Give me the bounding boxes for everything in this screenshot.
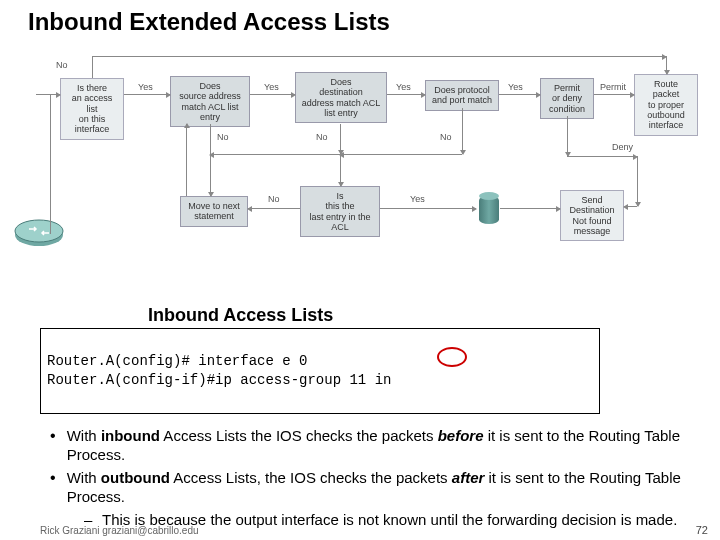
text-bold: outbound: [101, 469, 170, 486]
text: With: [67, 469, 101, 486]
flowchart: Is there an access list on this interfac…: [10, 46, 710, 301]
arrow: [624, 206, 637, 207]
yes-label: Yes: [508, 82, 523, 92]
arrow: [50, 94, 51, 234]
permit-label: Permit: [600, 82, 626, 92]
highlight-circle: [437, 347, 467, 367]
q-access-list: Is there an access list on this interfac…: [60, 78, 124, 140]
bullet-dot: •: [50, 468, 67, 507]
text: Access Lists, the IOS checks the packets: [170, 469, 452, 486]
arrow: [248, 208, 300, 209]
arrow: [210, 124, 211, 196]
bullet-2: • With outbound Access Lists, the IOS ch…: [50, 468, 694, 507]
arrow: [462, 108, 463, 154]
code-line-1: Router.A(config)# interface e 0: [47, 353, 307, 369]
arrow: [340, 154, 462, 155]
code-line-2: Router.A(config-if)#ip access-group 11 i…: [47, 372, 391, 388]
bullet-dot: •: [50, 426, 67, 465]
q-last-entry: Is this the last entry in the ACL: [300, 186, 380, 237]
code-box: Router.A(config)# interface e 0 Router.A…: [40, 328, 600, 414]
arrow: [340, 124, 341, 154]
bullet-list: • With inbound Access Lists the IOS chec…: [0, 426, 720, 530]
bullet-1: • With inbound Access Lists the IOS chec…: [50, 426, 694, 465]
arrow: [340, 154, 341, 186]
text: With: [67, 427, 101, 444]
arrow: [92, 56, 666, 57]
arrow: [666, 56, 667, 74]
route-packet: Route packet to proper outbound interfac…: [634, 74, 698, 136]
arrow: [186, 124, 187, 196]
text-bold-italic: before: [438, 427, 484, 444]
arrow: [637, 156, 638, 206]
page-number: 72: [696, 524, 708, 536]
arrow: [594, 94, 634, 95]
yes-label: Yes: [396, 82, 411, 92]
no-label: No: [440, 132, 452, 142]
no-label: No: [56, 60, 68, 70]
cylinder-icon: [479, 196, 499, 224]
q-dst-match: Does destination address match ACL list …: [295, 72, 387, 123]
arrow: [250, 94, 295, 95]
subtitle: Inbound Access Lists: [148, 305, 720, 326]
yes-label: Yes: [410, 194, 425, 204]
arrow: [380, 208, 476, 209]
yes-label: Yes: [264, 82, 279, 92]
arrow: [124, 94, 170, 95]
arrow: [36, 94, 60, 95]
deny-label: Deny: [612, 142, 633, 152]
no-label: No: [316, 132, 328, 142]
text-bold: inbound: [101, 427, 160, 444]
arrow: [500, 208, 560, 209]
no-label: No: [217, 132, 229, 142]
svg-point-1: [15, 220, 63, 242]
arrow: [567, 156, 637, 157]
yes-label: Yes: [138, 82, 153, 92]
send-dest-notfound: Send Destination Not found message: [560, 190, 624, 241]
no-label: No: [268, 194, 280, 204]
arrow: [210, 154, 340, 155]
router-icon: [14, 216, 64, 254]
text-bold-italic: after: [452, 469, 485, 486]
move-next: Move to next statement: [180, 196, 248, 227]
q-proto-match: Does protocol and port match: [425, 80, 499, 111]
page-title: Inbound Extended Access Lists: [0, 0, 720, 36]
arrow: [499, 94, 540, 95]
q-src-match: Does source address match ACL list entry: [170, 76, 250, 127]
arrow: [567, 116, 568, 156]
text: Access Lists the IOS checks the packets: [160, 427, 438, 444]
arrow: [387, 94, 425, 95]
footer-credit: Rick Graziani graziani@cabrillo.edu: [40, 525, 199, 536]
arrow: [92, 56, 93, 78]
q-permit-deny: Permit or deny condition: [540, 78, 594, 119]
